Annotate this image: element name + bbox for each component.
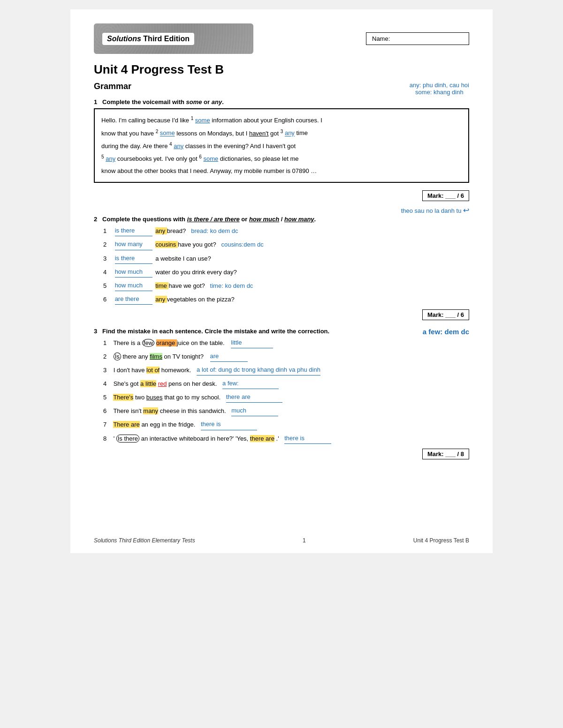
logo-edition: Third Edition bbox=[143, 35, 190, 43]
ex2-number: 2 bbox=[94, 216, 100, 223]
s3-3: 3 I don't have lot of homework. a lot of… bbox=[103, 365, 469, 375]
q2-6: 6 are there any vegetables on the pizza? bbox=[103, 294, 469, 305]
vm-s2b: lessons on Mondays, but I haven't got 3 bbox=[176, 130, 283, 137]
page: Solutions Third Edition Name: Unit 4 Pro… bbox=[70, 9, 493, 553]
q2-5-blank: how much bbox=[115, 280, 152, 291]
any-some-annotation: any: phu dinh, cau hoi some: khang dinh bbox=[410, 82, 469, 96]
exercise-2-list: 1 is there any bread? bread: ko dem dc 2… bbox=[103, 225, 469, 305]
q2-6-text: vegetables on the pizza? bbox=[167, 296, 235, 303]
q2-4: 4 how much water do you drink every day? bbox=[103, 267, 469, 278]
s3-7-a: an egg in the fridge. bbox=[141, 421, 195, 428]
ex3-instruction: Find the mistake in each sentence. Circl… bbox=[102, 328, 329, 335]
exercise-1: 1 Complete the voicemail with some or an… bbox=[94, 98, 469, 183]
voicemail-box: Hello. I'm calling because I'd like 1 so… bbox=[94, 108, 469, 183]
s3-3-correction: a lot of: dung dc trong khang dinh va ph… bbox=[197, 365, 320, 375]
mark-row-3: Mark: ___ / 8 bbox=[94, 449, 469, 459]
q2-2-hl: cousins bbox=[155, 241, 178, 248]
s3-5-a: two bbox=[135, 394, 146, 401]
vm-blank2: some bbox=[160, 130, 175, 137]
ex1-instruction: Complete the voicemail with some or any. bbox=[102, 98, 224, 105]
s3-1: 1 There is a few orange juice on the tab… bbox=[103, 338, 469, 348]
s3-2-correction: are bbox=[210, 351, 248, 362]
s3-3-b: homework. bbox=[161, 367, 191, 374]
s3-2-a: there any bbox=[122, 353, 150, 360]
grammar-section-header: Grammar any: phu dinh, cau hoi some: kha… bbox=[94, 82, 469, 96]
s3-1-circled: few bbox=[142, 339, 154, 347]
vm-blank6: some bbox=[203, 155, 218, 162]
s3-7-correction: there is bbox=[201, 419, 257, 430]
s3-8-correction: there is bbox=[284, 433, 331, 444]
logo-brand: Solutions bbox=[107, 35, 141, 43]
q2-5: 5 how much time have we got? time: ko de… bbox=[103, 280, 469, 291]
q2-2-blank: how many bbox=[115, 239, 152, 250]
footer-left-text: Solutions Third Edition Elementary Tests bbox=[94, 537, 195, 544]
s3-8-b: an interactive whiteboard in here?' 'Yes… bbox=[141, 435, 250, 442]
q2-3-text: a website I can use? bbox=[155, 255, 211, 262]
exercise-2-label: 2 Complete the questions with is there /… bbox=[94, 216, 469, 223]
annotation-line1: any: phu dinh, cau hoi bbox=[410, 82, 469, 89]
q2-3-blank: is there bbox=[115, 253, 152, 264]
vm-s4b: coursebooks yet. I've only got 6 bbox=[117, 155, 202, 162]
s3-1-correction: little bbox=[231, 338, 273, 348]
s3-5-hl2: buses bbox=[146, 394, 163, 401]
s3-1-a: There is a bbox=[113, 339, 142, 346]
s3-2-b: on TV tonight? bbox=[164, 353, 204, 360]
q2-5-text: have we got? bbox=[168, 282, 208, 289]
vm-s5: know about the other books that I need. … bbox=[101, 167, 317, 174]
s3-5-hl1: There's bbox=[113, 394, 133, 401]
vm-s1a: Hello. I'm calling because I'd like 1 bbox=[101, 117, 193, 124]
s3-5: 5 There's two buses that go to my school… bbox=[103, 392, 469, 403]
vm-s4a: 5 bbox=[101, 155, 104, 162]
s3-6-hl: many bbox=[143, 407, 158, 414]
q2-1-blank: is there bbox=[115, 225, 152, 236]
q2-2-text: have you got? bbox=[178, 241, 220, 248]
q2-2-annotation: cousins:dem dc bbox=[221, 241, 263, 248]
s3-8: 8 ' Is there an interactive whiteboard i… bbox=[103, 433, 469, 444]
q2-4-text: water do you drink every day? bbox=[155, 269, 236, 276]
exercise-3-list: 1 There is a few orange juice on the tab… bbox=[103, 338, 469, 444]
q2-1: 1 is there any bread? bread: ko dem dc bbox=[103, 225, 469, 236]
exercise-3: 3 Find the mistake in each sentence. Cir… bbox=[94, 328, 469, 459]
footer-left: Solutions Third Edition Elementary Tests bbox=[94, 537, 195, 544]
grammar-title: Grammar bbox=[94, 82, 131, 91]
vm-s4c: dictionaries, so please let me bbox=[220, 155, 299, 162]
s3-8-c: .' bbox=[276, 435, 279, 442]
s3-6-b: cheese in this sandwich. bbox=[160, 407, 226, 414]
q2-4-blank: how much bbox=[115, 267, 152, 278]
s3-4: 4 She's got a little red pens on her des… bbox=[103, 378, 469, 389]
ex3-number: 3 bbox=[94, 328, 100, 335]
logo-text: Solutions Third Edition bbox=[102, 33, 194, 45]
page-title: Unit 4 Progress Test B bbox=[94, 62, 469, 77]
ex2-instruction: Complete the questions with is there / a… bbox=[102, 216, 316, 223]
q2-6-hl: any bbox=[155, 296, 167, 303]
vm-s3b: classes in the evening? And I haven't go… bbox=[185, 143, 296, 150]
name-field[interactable]: Name: bbox=[366, 32, 469, 45]
s3-2: 2 Is there any films on TV tonight? are bbox=[103, 351, 469, 362]
mark-box-1: Mark: ___ / 6 bbox=[422, 190, 469, 201]
exercise-3-label: 3 Find the mistake in each sentence. Cir… bbox=[94, 328, 469, 335]
vm-blank3: any bbox=[285, 130, 295, 137]
ex3-annotation-right: a few: dem dc bbox=[423, 328, 469, 336]
vm-s2c: time bbox=[297, 130, 308, 137]
vm-blank1: some bbox=[195, 117, 210, 124]
s3-7: 7 There are an egg in the fridge. there … bbox=[103, 419, 469, 430]
s3-6: 6 There isn't many cheese in this sandwi… bbox=[103, 405, 469, 416]
curved-arrow: ↩ bbox=[463, 206, 469, 214]
page-footer: Solutions Third Edition Elementary Tests… bbox=[94, 537, 469, 544]
s3-3-a: I don't have bbox=[114, 367, 146, 374]
s3-7-hl: There are bbox=[113, 421, 139, 428]
footer-center: 1 bbox=[303, 537, 306, 544]
s3-4-b: pens on her desk. bbox=[168, 380, 217, 387]
mark-box-2: Mark: ___ / 6 bbox=[422, 309, 469, 320]
q2-6-blank: are there bbox=[115, 294, 152, 305]
exercise-1-label: 1 Complete the voicemail with some or an… bbox=[94, 98, 469, 105]
theo-annotation-row: theo sau no la danh tu ↩ bbox=[94, 206, 469, 215]
exercise-2: theo sau no la danh tu ↩ 2 Complete the … bbox=[94, 206, 469, 320]
s3-6-a: There isn't bbox=[113, 407, 143, 414]
s3-4-hl: a little bbox=[140, 380, 156, 387]
q2-5-hl: time bbox=[155, 282, 168, 289]
header: Solutions Third Edition Name: bbox=[94, 23, 469, 54]
s3-4-correction: a few: bbox=[222, 378, 279, 389]
s3-8-circled: Is there bbox=[116, 435, 139, 443]
ex1-number: 1 bbox=[94, 98, 100, 105]
